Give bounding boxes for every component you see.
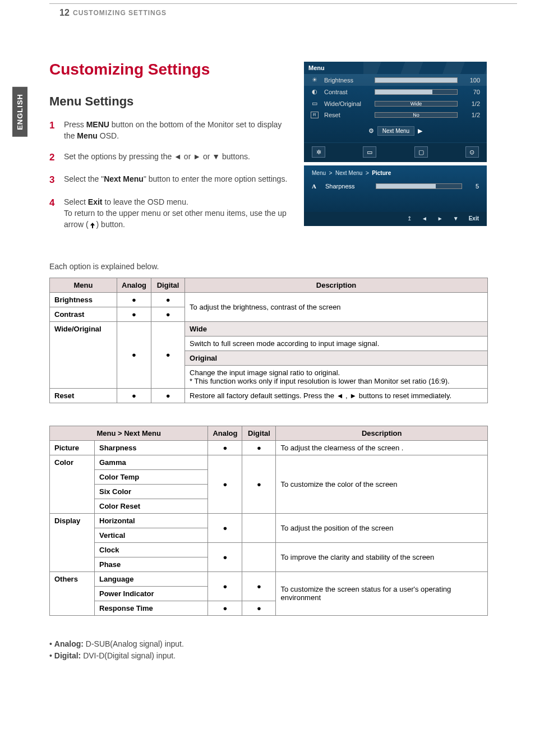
cell-desc: To customize the screen status for a use… — [276, 571, 488, 615]
step-body: Press MENU button on the bottom of the M… — [64, 119, 290, 142]
table-row: Clock ● To improve the clarity and stabi… — [50, 542, 488, 557]
cell-group: Picture — [50, 440, 95, 455]
col-menu: Menu > Next Menu — [50, 426, 208, 440]
cell-analog: ● — [208, 513, 242, 542]
table-header-row: Menu > Next Menu Analog Digital Descript… — [50, 426, 488, 440]
options-table-2: Menu > Next Menu Analog Digital Descript… — [49, 426, 488, 616]
cell-desc: Switch to full screen mode according to … — [185, 336, 488, 351]
cell-label: Phase — [99, 560, 121, 569]
cell-item: Six Color — [95, 484, 208, 499]
header-rule — [49, 3, 517, 4]
cell-label: Sharpness — [99, 444, 136, 452]
cell-label: Vertical — [99, 531, 125, 540]
cell-label: Picture — [54, 444, 79, 452]
cell-label: Display — [54, 517, 80, 525]
cell-digital: ● — [242, 455, 276, 513]
cell-digital: ● — [151, 388, 185, 403]
cell-item: Color Reset — [95, 499, 208, 513]
cell-item: Response Time — [95, 601, 208, 615]
cell-group: Display — [50, 513, 95, 571]
table-row: Color Gamma ● ● To customize the color o… — [50, 455, 488, 469]
col-description: Description — [276, 426, 488, 440]
table-row: Wide/Original ● ● Wide — [50, 321, 488, 336]
cell-group: Color — [50, 455, 95, 513]
cell-digital: ● — [151, 307, 185, 321]
cell-digital: ● — [242, 571, 276, 601]
cell-subhead: Wide — [185, 321, 488, 336]
step-2: 2 Set the options by pressing the ◄ or ►… — [49, 151, 290, 165]
cell-analog: ● — [117, 321, 151, 388]
step-bold: Next Menu — [104, 174, 144, 183]
cell-analog: ● — [208, 601, 242, 615]
cell-item: Clock — [95, 542, 208, 557]
page-number: 12 — [59, 8, 70, 18]
cell-label: Six Color — [99, 487, 131, 496]
cell-analog: ● — [208, 571, 242, 601]
table-header-row: Menu Analog Digital Description — [50, 278, 488, 292]
cell-label: Contrast — [54, 310, 84, 319]
col-description: Description — [185, 278, 488, 292]
cell-label: Horizontal — [99, 517, 135, 525]
cell-item: Sharpness — [95, 440, 208, 455]
table-row: Picture Sharpness ● ● To adjust the clea… — [50, 440, 488, 455]
cell-label: Wide/Original — [54, 325, 102, 333]
section-title: Menu Settings — [49, 94, 488, 109]
cell-group: Others — [50, 571, 95, 615]
cell-desc: To improve the clarity and stability of … — [276, 542, 488, 571]
note-digital: Digital: DVI-D(Digital signal) input. — [49, 650, 488, 662]
cell-item: Vertical — [95, 528, 208, 542]
cell-label: Brightness — [54, 296, 93, 304]
cell-desc: Restore all factory default settings. Pr… — [185, 388, 488, 403]
step-3: 3 Select the "Next Menu" button to enter… — [49, 173, 290, 187]
note-label: Digital: — [54, 651, 81, 660]
cell-label: Clock — [99, 546, 119, 554]
step-body: Set the options by pressing the ◄ or ► o… — [64, 151, 290, 162]
cell-item: Language — [95, 571, 208, 586]
cell-desc: To adjust the brightness, contrast of th… — [185, 292, 488, 321]
cell-analog: ● — [208, 455, 242, 513]
step-number: 2 — [49, 151, 58, 165]
cell-desc: To adjust the position of the screen — [276, 513, 488, 542]
step-1: 1 Press MENU button on the bottom of the… — [49, 119, 290, 142]
col-digital: Digital — [151, 278, 185, 292]
cell-label: Power Indicator — [99, 589, 154, 598]
cell-menu: Contrast — [50, 307, 117, 321]
cell-label: Others — [54, 575, 78, 583]
cell-item: Gamma — [95, 455, 208, 469]
cell-digital — [242, 513, 276, 542]
cell-label: Color Temp — [99, 473, 139, 481]
cell-label: Language — [99, 575, 133, 583]
cell-digital: ● — [242, 601, 276, 615]
cell-desc: To adjust the clearness of the screen . — [276, 440, 488, 455]
cell-label: Response Time — [99, 604, 153, 612]
step-text: Press — [64, 120, 86, 129]
cell-item: Power Indicator — [95, 586, 208, 601]
table-row: Others Language ● ● To customize the scr… — [50, 571, 488, 586]
step-body: Select Exit to leave the OSD menu. To re… — [64, 196, 290, 231]
step-bold: Menu — [77, 131, 98, 140]
cell-analog: ● — [117, 292, 151, 307]
cell-analog: ● — [117, 388, 151, 403]
step-text: OSD. — [98, 131, 119, 140]
step-text: " button to enter the more option settin… — [144, 174, 287, 183]
cell-label: Gamma — [99, 458, 126, 467]
cell-desc: To customize the color of the screen — [276, 455, 488, 513]
footnotes: Analog: D-SUB(Analog signal) input. Digi… — [49, 638, 488, 662]
cell-item: Phase — [95, 557, 208, 571]
note-analog: Analog: D-SUB(Analog signal) input. — [49, 638, 488, 650]
table-row: Display Horizontal ● To adjust the posit… — [50, 513, 488, 528]
cell-menu: Wide/Original — [50, 321, 117, 388]
cell-item: Horizontal — [95, 513, 208, 528]
step-4: 4 Select Exit to leave the OSD menu. To … — [49, 196, 290, 231]
step-bold: Exit — [88, 197, 103, 206]
cell-digital — [242, 542, 276, 571]
step-text: ) button. — [96, 220, 125, 229]
options-table-1: Menu Analog Digital Description Brightne… — [49, 278, 488, 403]
cell-digital: ● — [242, 440, 276, 455]
up-arrow-return-icon — [89, 222, 96, 229]
step-text: Select — [64, 197, 88, 206]
language-tab: ENGLISH — [12, 87, 27, 137]
step-number: 4 — [49, 196, 58, 210]
note-label: Analog: — [54, 639, 84, 648]
step-number: 3 — [49, 173, 58, 187]
